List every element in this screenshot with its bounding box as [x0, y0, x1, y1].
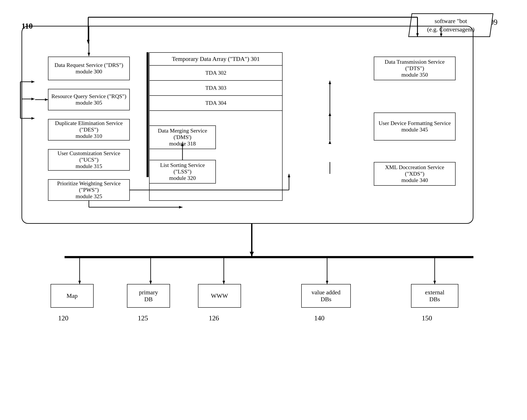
rqs-line2: module 305: [51, 99, 126, 106]
label-150: 150: [422, 314, 432, 322]
ucs-line2: module 315: [50, 163, 128, 170]
pws-line2: module 325: [50, 193, 128, 200]
svg-marker-37: [222, 281, 225, 284]
svg-marker-41: [433, 281, 436, 284]
svg-marker-4: [45, 98, 48, 101]
primary-db-line2: DB: [139, 296, 158, 303]
label-126: 126: [209, 314, 219, 322]
ucs-box: User Customization Service ("UCS") modul…: [48, 149, 130, 171]
svg-marker-14: [329, 141, 331, 144]
svg-marker-7: [179, 206, 183, 209]
map-box: Map: [51, 284, 94, 308]
pws-box: Prioritize Weighting Service ("PWS") mod…: [48, 179, 130, 201]
tda-303: TDA 303: [150, 81, 282, 96]
lss-line2: module 320: [151, 175, 214, 181]
drs-line1: Data Request Service ("DRS"): [55, 62, 123, 68]
des-line2: module 310: [50, 133, 128, 139]
dts-box: Data Transmission Service ("DTS") module…: [374, 56, 456, 80]
xds-box: XML Doccreation Service ("XDS") module 3…: [374, 162, 456, 186]
svg-marker-33: [78, 281, 81, 284]
external-db-line2: DBs: [425, 296, 444, 303]
software-bot-line1: software "bot: [427, 17, 474, 25]
drs-box: Data Request Service ("DRS") module 300: [48, 56, 130, 80]
rqs-line1: Resource Query Service ("RQS"): [51, 93, 126, 99]
dms-line2: module 318: [151, 141, 214, 147]
udfs-line2: module 345: [379, 127, 451, 133]
svg-marker-35: [149, 281, 152, 284]
map-label: Map: [66, 292, 77, 299]
tda-302: TDA 302: [150, 66, 282, 81]
www-label: WWW: [211, 292, 228, 299]
lss-line1: List Sorting Service ("LSS"): [151, 162, 214, 175]
label-140: 140: [314, 314, 325, 322]
main-bounding-box: Data Request Service ("DRS") module 300 …: [22, 26, 473, 224]
svg-marker-2: [88, 53, 90, 56]
ucs-line1: User Customization Service ("UCS"): [50, 150, 128, 163]
tda-304: TDA 304: [150, 96, 282, 111]
udfs-box: User Device Formatting Service module 34…: [374, 112, 456, 141]
external-db-box: external DBs: [411, 284, 458, 308]
label-125: 125: [138, 314, 148, 322]
rqs-box: Resource Query Service ("RQS") module 30…: [48, 89, 130, 111]
xds-line2: module 340: [376, 177, 453, 184]
diagram-container: 110 109 software "bot (e.g. Conversagent…: [9, 9, 516, 411]
svg-rect-0: [147, 52, 149, 177]
value-db-line2: DBs: [312, 296, 341, 303]
label-120: 120: [58, 314, 68, 322]
drs-line2: module 300: [55, 68, 123, 75]
lss-box: List Sorting Service ("LSS") module 320: [149, 160, 216, 184]
primary-db-line1: primary: [139, 289, 158, 296]
svg-marker-16: [329, 112, 331, 116]
dts-line1: Data Transmission Service ("DTS"): [376, 59, 453, 72]
dts-line2: module 350: [376, 72, 453, 78]
value-db-box: value added DBs: [301, 284, 351, 308]
svg-marker-30: [250, 252, 254, 256]
udfs-line1: User Device Formatting Service: [379, 120, 451, 127]
pws-line1: Prioritize Weighting Service ("PWS"): [50, 180, 128, 193]
des-box: Duplicate Elimination Service ("DES") mo…: [48, 119, 130, 141]
svg-marker-39: [326, 281, 328, 284]
primary-db-box: primary DB: [127, 284, 170, 308]
dms-box: Data Merging Service ('DMS') module 318: [149, 125, 216, 149]
xds-line1: XML Doccreation Service ("XDS"): [376, 164, 453, 177]
value-db-line1: value added: [312, 289, 341, 296]
tda-header: Temporary Data Array ("TDA") 301: [150, 53, 282, 66]
des-line1: Duplicate Elimination Service ("DES"): [50, 120, 128, 133]
dms-line1: Data Merging Service ('DMS'): [151, 128, 214, 141]
svg-rect-31: [65, 256, 473, 258]
www-box: WWW: [198, 284, 241, 308]
external-db-line1: external: [425, 289, 444, 296]
svg-marker-10: [288, 174, 290, 177]
svg-marker-18: [329, 81, 331, 84]
